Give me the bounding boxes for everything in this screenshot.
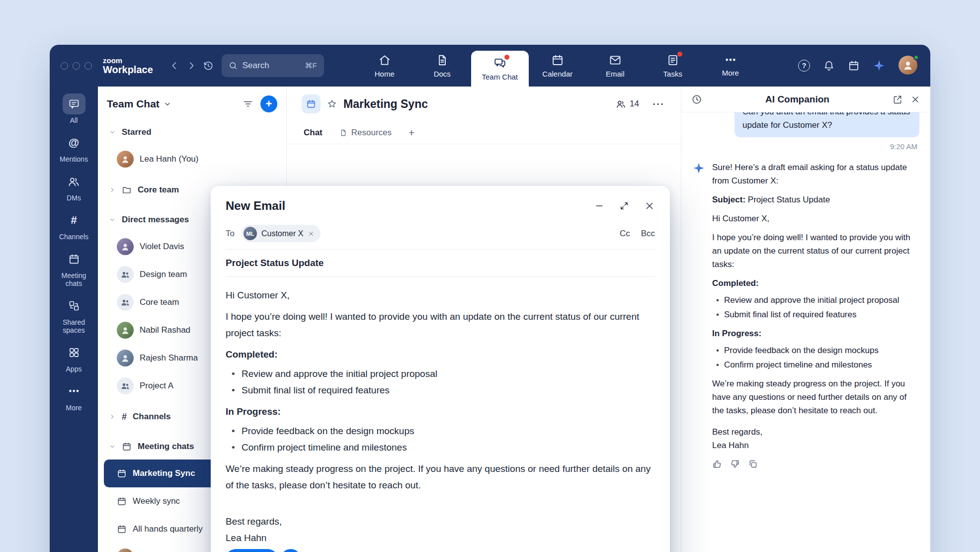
recipient-chip[interactable]: ML Customer X bbox=[242, 225, 321, 242]
send-button[interactable]: Send bbox=[225, 549, 279, 552]
to-field[interactable]: To ML Customer X Cc Bcc bbox=[211, 221, 670, 249]
rail-item-shared-spaces[interactable]: Shared spaces bbox=[52, 295, 96, 334]
folder-icon bbox=[122, 185, 132, 195]
window-zoom-button[interactable] bbox=[84, 62, 92, 70]
nav-more[interactable]: ⋯ More bbox=[702, 45, 759, 87]
rail-item-all[interactable]: All bbox=[52, 93, 96, 124]
compose-toolbar: Send GIF {x} ⋯ bbox=[211, 541, 670, 552]
sidebar-section-starred[interactable]: Starred bbox=[104, 119, 280, 145]
ai-sparkle-icon[interactable] bbox=[873, 59, 886, 72]
chevron-down-icon bbox=[109, 443, 116, 450]
cc-button[interactable]: Cc bbox=[620, 229, 630, 239]
nav-email[interactable]: Email bbox=[586, 45, 644, 87]
ellipsis-icon: ⋯ bbox=[63, 381, 85, 402]
sidebar-title-dropdown[interactable]: Team Chat bbox=[107, 98, 171, 110]
window-minimize-button[interactable] bbox=[73, 62, 80, 70]
window-close-button[interactable] bbox=[61, 62, 68, 70]
nav-calendar[interactable]: Calendar bbox=[529, 45, 586, 87]
chat-bubble-icon bbox=[63, 93, 85, 114]
ai-panel-header: AI Companion bbox=[681, 87, 930, 112]
rail-item-more[interactable]: ⋯ More bbox=[52, 381, 96, 412]
channel-header: Marketing Sync 14 ⋯ bbox=[287, 87, 681, 121]
shared-spaces-icon bbox=[63, 295, 85, 316]
tab-resources[interactable]: Resources bbox=[339, 128, 392, 138]
rail-item-meeting-chats[interactable]: Meeting chats bbox=[52, 249, 96, 287]
member-count-button[interactable]: 14 bbox=[616, 99, 639, 109]
email-icon bbox=[609, 54, 622, 67]
search-placeholder: Search bbox=[243, 61, 269, 71]
sidebar-item-lea-hanh[interactable]: Lea Hanh (You) bbox=[104, 145, 280, 173]
chevron-down-icon bbox=[163, 100, 171, 108]
recipient-avatar: ML bbox=[244, 227, 257, 240]
group-icon bbox=[117, 266, 134, 283]
tab-chat[interactable]: Chat bbox=[304, 128, 323, 138]
window-controls bbox=[61, 62, 92, 70]
favorite-star-icon[interactable] bbox=[327, 98, 337, 109]
ai-sparkle-icon bbox=[692, 161, 705, 452]
email-body-editor[interactable]: Hi Customer X, I hope you’re doing well!… bbox=[211, 277, 670, 546]
new-chat-button[interactable]: + bbox=[260, 95, 277, 112]
avatar bbox=[117, 151, 134, 168]
history-icon[interactable] bbox=[200, 57, 217, 74]
completed-list: Review and approve the initial project p… bbox=[712, 293, 919, 321]
schedule-icon[interactable] bbox=[848, 60, 860, 72]
help-icon[interactable]: ? bbox=[798, 60, 810, 72]
close-icon[interactable] bbox=[910, 94, 920, 104]
channel-more-button[interactable]: ⋯ bbox=[652, 98, 664, 110]
calendar-icon bbox=[63, 249, 85, 270]
search-icon bbox=[229, 61, 238, 70]
calendar-icon bbox=[117, 524, 127, 534]
doc-icon bbox=[339, 129, 347, 137]
search-shortcut: ⌘F bbox=[305, 61, 317, 70]
nav-team-chat[interactable]: Team Chat bbox=[471, 51, 529, 87]
filter-icon[interactable] bbox=[243, 98, 253, 109]
open-in-new-icon[interactable] bbox=[893, 94, 902, 104]
rail-item-apps[interactable]: Apps bbox=[52, 342, 96, 373]
ai-feedback-row bbox=[712, 459, 919, 469]
channel-calendar-icon bbox=[302, 94, 321, 113]
at-icon: @ bbox=[63, 132, 85, 153]
subject-field[interactable]: Project Status Update bbox=[211, 250, 670, 276]
calendar-icon bbox=[551, 54, 564, 67]
people-icon bbox=[616, 99, 626, 109]
thumbs-up-icon[interactable] bbox=[712, 459, 722, 469]
avatar bbox=[117, 350, 134, 367]
rail-item-mentions[interactable]: @ Mentions bbox=[52, 132, 96, 163]
topbar-right: ? bbox=[798, 45, 918, 87]
back-button[interactable] bbox=[166, 57, 183, 74]
completed-list: Review and approve the initial project p… bbox=[226, 366, 655, 398]
send-options-button[interactable] bbox=[280, 549, 301, 552]
user-message-bubble: Can you draft an email that provides a s… bbox=[735, 112, 919, 137]
notifications-bell-icon[interactable] bbox=[823, 60, 835, 72]
chevron-right-icon bbox=[109, 413, 116, 420]
modal-header: New Email bbox=[211, 186, 670, 221]
ai-companion-panel: AI Companion Can you draft an email that… bbox=[681, 87, 930, 552]
calendar-icon bbox=[117, 468, 127, 478]
add-tab-button[interactable]: + bbox=[408, 127, 414, 139]
tasks-icon bbox=[666, 54, 679, 67]
expand-icon[interactable] bbox=[619, 201, 629, 211]
search-input[interactable]: Search ⌘F bbox=[222, 54, 324, 77]
nav-home[interactable]: Home bbox=[356, 45, 413, 87]
unread-badge bbox=[504, 55, 509, 60]
rail-item-dms[interactable]: DMs bbox=[52, 171, 96, 202]
zoom-workplace-logo: zoom Workplace bbox=[103, 57, 153, 75]
ai-response: Sure! Here’s a draft email asking for a … bbox=[692, 161, 919, 452]
rail-item-channels[interactable]: # Channels bbox=[52, 210, 96, 241]
nav-tasks[interactable]: Tasks bbox=[644, 45, 702, 87]
topbar: zoom Workplace Search ⌘F Home Docs bbox=[50, 45, 930, 87]
copy-icon[interactable] bbox=[748, 459, 758, 469]
new-email-modal: New Email To ML Customer X Cc Bcc bbox=[211, 186, 670, 552]
remove-recipient-icon[interactable] bbox=[308, 230, 315, 237]
minimize-icon[interactable] bbox=[594, 201, 604, 211]
nav-docs[interactable]: Docs bbox=[413, 45, 471, 87]
channel-title: Marketing Sync bbox=[343, 97, 428, 111]
close-icon[interactable] bbox=[644, 200, 655, 211]
history-icon[interactable] bbox=[691, 94, 702, 105]
forward-button[interactable] bbox=[183, 57, 200, 74]
thumbs-down-icon[interactable] bbox=[730, 459, 740, 469]
user-avatar[interactable] bbox=[898, 56, 918, 76]
bcc-button[interactable]: Bcc bbox=[641, 229, 655, 239]
hash-icon: # bbox=[63, 210, 85, 231]
member-count: 14 bbox=[630, 99, 639, 109]
